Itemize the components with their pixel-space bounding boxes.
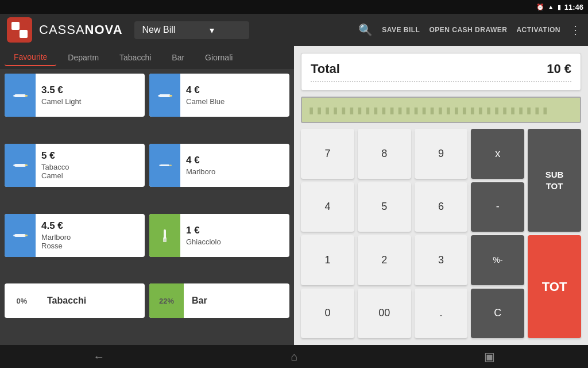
calc-tot[interactable]: TOT <box>528 235 581 338</box>
product-info: 3.5 € Camel Light <box>36 80 87 110</box>
svg-rect-19 <box>164 229 166 239</box>
product-marlboro-rosse[interactable]: 4.5 € MarlboroRosse <box>5 214 145 257</box>
product-icon <box>149 74 180 117</box>
svg-rect-21 <box>164 239 166 241</box>
back-button[interactable]: ← <box>93 350 105 363</box>
products-grid: 3.5 € Camel Light 4 € Camel Blue <box>0 69 294 345</box>
svg-rect-15 <box>169 165 172 166</box>
tab-bar[interactable]: Bar <box>163 49 194 66</box>
product-camel-light[interactable]: 3.5 € Camel Light <box>5 74 145 117</box>
svg-rect-18 <box>25 235 28 236</box>
product-info: 4 € Camel Blue <box>180 80 230 110</box>
calc-multiply[interactable]: x <box>471 129 524 179</box>
receipt: Total 10 € <box>301 53 581 91</box>
save-bill-button[interactable]: SAVE BILL <box>382 26 420 34</box>
toolbar: CASSANOVA New Bill ▾ 🔍 SAVE BILL OPEN CA… <box>0 14 588 46</box>
svg-rect-16 <box>14 234 26 237</box>
calc-4[interactable]: 4 <box>301 182 354 232</box>
wifi-icon: ▲ <box>548 3 554 10</box>
total-value: 10 € <box>547 62 571 76</box>
product-price: 4 € <box>186 155 215 166</box>
tab-tabacchi[interactable]: Tabacchi <box>110 49 160 66</box>
calc-subtot[interactable]: SUBTOT <box>528 129 581 232</box>
product-name: Camel Blue <box>186 97 225 106</box>
product-icon <box>5 214 36 257</box>
status-bar: ⏰ ▲ ▮ 11:46 <box>0 0 588 14</box>
open-cash-drawer-button[interactable]: OPEN CASH DRAWER <box>429 26 507 34</box>
app-name: CASSANOVA <box>39 22 123 37</box>
calc-9[interactable]: 9 <box>415 129 468 179</box>
svg-rect-1 <box>20 30 28 38</box>
svg-rect-2 <box>20 22 28 30</box>
calc-6[interactable]: 6 <box>415 182 468 232</box>
lcd-display: ▮▮▮▮▮▮▮▮▮▮▮▮▮▮▮▮▮▮▮▮▮▮▮▮▮▮▮▮▮▮ <box>301 97 581 123</box>
svg-rect-3 <box>11 30 20 38</box>
calc-7[interactable]: 7 <box>301 129 354 179</box>
product-info: 5 € TabaccoCamel <box>36 145 75 185</box>
svg-rect-8 <box>158 95 160 97</box>
calc-8[interactable]: 8 <box>358 129 411 179</box>
svg-rect-17 <box>13 235 16 236</box>
svg-rect-7 <box>159 94 171 97</box>
product-name: TabaccoCamel <box>41 163 69 180</box>
more-icon[interactable]: ⋮ <box>570 23 581 37</box>
product-price: 4.5 € <box>41 220 71 232</box>
svg-rect-10 <box>14 164 26 167</box>
bottom-nav: ← ⌂ ▣ <box>0 345 588 368</box>
recents-button[interactable]: ▣ <box>484 350 495 363</box>
total-row: Total 10 € <box>311 62 571 76</box>
product-info: 4 € Marlboro <box>180 150 221 181</box>
tab-departm[interactable]: Departm <box>59 49 108 66</box>
total-label: Total <box>311 62 340 76</box>
calc-3[interactable]: 3 <box>415 235 468 285</box>
product-info: 4.5 € MarlboroRosse <box>36 216 76 255</box>
product-price: 1 € <box>186 225 221 236</box>
dropdown-arrow: ▾ <box>210 25 214 36</box>
battery-icon: ▮ <box>558 3 561 11</box>
category-name: Tabacchi <box>39 296 94 306</box>
calc-2[interactable]: 2 <box>358 235 411 285</box>
calc-minus[interactable]: - <box>471 182 524 232</box>
category-tabacchi[interactable]: 0% Tabacchi <box>5 283 145 318</box>
category-bar[interactable]: 22% Bar <box>149 283 289 318</box>
calc-00[interactable]: 00 <box>358 289 411 339</box>
tab-giornali[interactable]: Giornali <box>196 49 242 66</box>
product-icon <box>5 74 36 117</box>
category-name: Bar <box>184 296 215 306</box>
svg-rect-9 <box>169 95 172 97</box>
bill-label: New Bill <box>142 25 176 35</box>
product-camel-blue[interactable]: 4 € Camel Blue <box>149 74 289 117</box>
lcd-segments: ▮▮▮▮▮▮▮▮▮▮▮▮▮▮▮▮▮▮▮▮▮▮▮▮▮▮▮▮▮▮ <box>308 103 550 117</box>
product-marlboro[interactable]: 4 € Marlboro <box>149 144 289 187</box>
tab-favourite[interactable]: Favourite <box>5 49 56 66</box>
category-pct: 0% <box>11 297 33 305</box>
search-icon[interactable]: 🔍 <box>358 23 373 37</box>
calc-percent[interactable]: %- <box>471 235 524 285</box>
calc-1[interactable]: 1 <box>301 235 354 285</box>
product-price: 4 € <box>186 85 225 96</box>
left-panel: Favourite Departm Tabacchi Bar Giornali … <box>0 46 294 345</box>
clock: 11:46 <box>564 3 583 12</box>
toolbar-right: 🔍 SAVE BILL OPEN CASH DRAWER ACTIVATION … <box>358 23 581 37</box>
svg-rect-12 <box>25 164 28 166</box>
receipt-separator <box>311 81 571 82</box>
home-button[interactable]: ⌂ <box>291 350 297 363</box>
product-name: Ghiacciolo <box>186 237 221 246</box>
svg-rect-11 <box>13 164 16 166</box>
svg-rect-0 <box>11 22 20 30</box>
product-name: Marlboro <box>186 167 215 176</box>
calc-clear[interactable]: C <box>471 289 524 339</box>
product-tabacco-camel[interactable]: 5 € TabaccoCamel <box>5 144 145 187</box>
bill-dropdown[interactable]: New Bill ▾ <box>134 21 249 39</box>
product-icon <box>149 214 180 257</box>
calc-5[interactable]: 5 <box>358 182 411 232</box>
product-icon <box>149 144 180 187</box>
product-ghiacciolo[interactable]: 1 € Ghiacciolo <box>149 214 289 257</box>
activation-button[interactable]: ACTIVATION <box>516 26 560 34</box>
app-logo <box>7 17 32 43</box>
tabs: Favourite Departm Tabacchi Bar Giornali <box>0 46 294 69</box>
category-pct: 22% <box>153 297 180 305</box>
calc-dot[interactable]: . <box>415 289 468 339</box>
product-name: Camel Light <box>41 97 81 106</box>
calc-0[interactable]: 0 <box>301 289 354 339</box>
